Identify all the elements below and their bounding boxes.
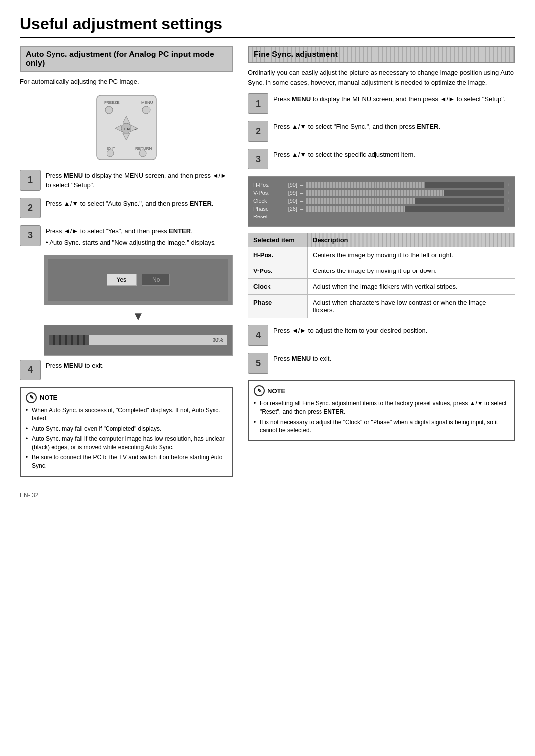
table-cell-hpos-desc: Centers the image by moving it to the le… <box>308 247 515 263</box>
left-note-item-4: Be sure to connect the PC to the TV and … <box>26 453 227 470</box>
right-note-list: For resetting all Fine Sync. adjustment … <box>254 399 509 434</box>
right-note-item-1: For resetting all Fine Sync. adjustment … <box>254 399 509 416</box>
left-note-item-3: Auto Sync. may fail if the computer imag… <box>26 435 227 452</box>
page-footer: EN- 32 <box>20 492 515 499</box>
note-icon: ✎ <box>26 392 37 403</box>
svg-point-4 <box>142 106 150 114</box>
sync-row-phase: Phase [26] – + <box>253 206 510 212</box>
yes-button: Yes <box>107 274 137 286</box>
left-section: Auto Sync. adjustment (for Analog PC inp… <box>20 46 233 477</box>
table-row-clock: Clock Adjust when the image flickers wit… <box>248 279 515 295</box>
step-4-badge: 4 <box>20 360 41 380</box>
fine-step-1-content: Press MENU to display the MENU screen, a… <box>273 93 515 104</box>
svg-text:FREEZE: FREEZE <box>104 100 120 105</box>
remote-control-image: FREEZE MENU ENTER EXIT <box>20 93 233 162</box>
no-button: No <box>142 274 170 286</box>
fine-step-1-badge: 1 <box>248 93 268 114</box>
fine-sync-screen: H-Pos. [90] – + V-Pos. [99] – + Clock [9… <box>248 176 515 227</box>
sync-reset-row: Reset <box>253 214 510 219</box>
table-cell-clock-desc: Adjust when the image flickers with vert… <box>308 279 515 295</box>
description-table: Selected item Description H-Pos. Centers… <box>248 233 515 318</box>
table-header-desc: Description <box>308 233 515 247</box>
step-4: 4 Press MENU to exit. <box>20 360 233 380</box>
step-2-content: Press ▲/▼ to select "Auto Sync.", and th… <box>46 198 233 209</box>
left-note-item-1: When Auto Sync. is successful, "Complete… <box>26 406 227 423</box>
fine-sync-intro: Ordinarily you can easily adjust the pic… <box>248 68 515 87</box>
sync-row-clock: Clock [90] – + <box>253 198 510 204</box>
fine-step-5-badge: 5 <box>248 353 268 374</box>
fine-step-5: 5 Press MENU to exit. <box>248 353 515 374</box>
fine-step-3-badge: 3 <box>248 149 268 169</box>
step-3-badge: 3 <box>20 225 41 246</box>
svg-point-12 <box>107 150 114 157</box>
step-1: 1 Press MENU to display the MENU screen,… <box>20 170 233 191</box>
table-cell-phase-desc: Adjust when characters have low contrast… <box>308 295 515 318</box>
table-cell-phase-label: Phase <box>248 295 308 318</box>
right-note-icon: ✎ <box>254 385 265 396</box>
step-2-badge: 2 <box>20 198 41 218</box>
svg-point-3 <box>105 106 113 114</box>
fine-step-2-badge: 2 <box>248 121 268 142</box>
page-title: Useful adjustment settings <box>20 15 515 38</box>
progress-label: 30% <box>213 337 223 343</box>
table-header-item: Selected item <box>248 233 308 247</box>
auto-sync-intro: For automatically adjusting the PC image… <box>20 77 233 87</box>
table-row-vpos: V-Pos. Centers the image by moving it up… <box>248 263 515 279</box>
fine-sync-title: Fine Sync. adjustment <box>248 46 515 63</box>
fine-step-3: 3 Press ▲/▼ to select the specific adjus… <box>248 149 515 169</box>
svg-point-14 <box>139 150 146 157</box>
left-note-item-2: Auto Sync. may fail even if "Completed" … <box>26 425 227 433</box>
fine-step-3-content: Press ▲/▼ to select the specific adjustm… <box>273 149 515 160</box>
fine-step-2-content: Press ▲/▼ to select "Fine Sync.", and th… <box>273 121 515 132</box>
table-cell-vpos-desc: Centers the image by moving it up or dow… <box>308 263 515 279</box>
arrow-down-icon: ▼ <box>44 309 233 323</box>
right-note-box: ✎ NOTE For resetting all Fine Sync. adju… <box>248 380 515 441</box>
right-note-item-2: It is not necessary to adjust the "Clock… <box>254 418 509 435</box>
yes-no-screen: Yes No <box>44 255 233 305</box>
table-row-phase: Phase Adjust when characters have low co… <box>248 295 515 318</box>
step-2: 2 Press ▲/▼ to select "Auto Sync.", and … <box>20 198 233 218</box>
left-note-title: ✎ NOTE <box>26 392 227 403</box>
step-1-content: Press MENU to display the MENU screen, a… <box>46 170 233 190</box>
right-note-title: ✎ NOTE <box>254 385 509 396</box>
table-cell-vpos-label: V-Pos. <box>248 263 308 279</box>
fine-step-2: 2 Press ▲/▼ to select "Fine Sync.", and … <box>248 121 515 142</box>
step-4-content: Press MENU to exit. <box>46 360 233 371</box>
right-section: Fine Sync. adjustment Ordinarily you can… <box>248 46 515 441</box>
sync-row-vpos: V-Pos. [99] – + <box>253 190 510 196</box>
auto-sync-title: Auto Sync. adjustment (for Analog PC inp… <box>20 46 233 72</box>
left-note-list: When Auto Sync. is successful, "Complete… <box>26 406 227 471</box>
svg-text:MENU: MENU <box>141 100 153 105</box>
progress-screen: 30% <box>44 325 233 356</box>
fine-step-1: 1 Press MENU to display the MENU screen,… <box>248 93 515 114</box>
fine-step-4-content: Press ◄/► to adjust the item to your des… <box>273 325 515 336</box>
sync-row-hpos: H-Pos. [90] – + <box>253 182 510 188</box>
table-cell-hpos-label: H-Pos. <box>248 247 308 263</box>
step-1-badge: 1 <box>20 170 41 191</box>
table-cell-clock-label: Clock <box>248 279 308 295</box>
step-3: 3 Press ◄/► to select "Yes", and then pr… <box>20 225 233 248</box>
table-row-hpos: H-Pos. Centers the image by moving it to… <box>248 247 515 263</box>
fine-step-5-content: Press MENU to exit. <box>273 353 515 364</box>
step-3-content: Press ◄/► to select "Yes", and then pres… <box>46 225 233 248</box>
left-note-box: ✎ NOTE When Auto Sync. is successful, "C… <box>20 387 233 478</box>
fine-step-4: 4 Press ◄/► to adjust the item to your d… <box>248 325 515 346</box>
fine-step-4-badge: 4 <box>248 325 268 346</box>
